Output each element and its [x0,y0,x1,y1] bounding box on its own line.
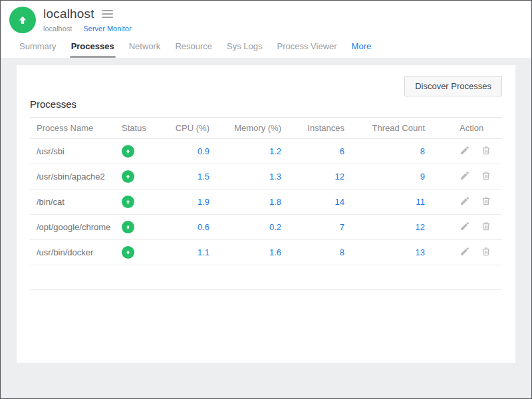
col-header-cpu: CPU (%) [156,118,209,138]
tab-network[interactable]: Network [122,37,168,58]
breadcrumb-monitor-link[interactable]: Server Monitor [83,25,131,33]
delete-trash-icon[interactable] [481,221,491,231]
breadcrumb-host: localhost [43,25,72,33]
edit-pencil-icon[interactable] [460,145,470,156]
edit-pencil-icon[interactable] [460,246,470,257]
edit-pencil-icon[interactable] [460,221,470,231]
status-up-icon [122,145,134,158]
tab-resource[interactable]: Resource [168,37,219,58]
delete-trash-icon[interactable] [481,246,491,257]
breadcrumb: localhost Server Monitor [43,25,132,33]
cpu-value-link[interactable]: 1.1 [198,247,209,257]
instances-value-link[interactable]: 8 [340,247,344,257]
page-background: Discover Processes Processes Process Nam… [1,58,531,398]
processes-table: Process Name Status CPU (%) Memory (%) I… [30,118,502,290]
tab-summary[interactable]: Summary [12,37,64,58]
instances-value-link[interactable]: 7 [340,222,344,232]
col-header-memory: Memory (%) [209,118,281,138]
process-name: /bin/cat [30,189,122,214]
col-header-status: Status [122,118,156,138]
col-header-action: Action [425,118,502,138]
status-up-icon [122,170,134,183]
hamburger-menu-icon[interactable] [100,9,114,19]
memory-value-link[interactable]: 1.6 [269,247,281,257]
cpu-value-link[interactable]: 0.6 [198,222,209,232]
tab-process-viewer[interactable]: Process Viewer [270,37,344,58]
cpu-value-link[interactable]: 1.9 [198,197,209,207]
process-name: /opt/google/chrome [30,214,122,239]
instances-value-link[interactable]: 6 [340,146,344,156]
memory-value-link[interactable]: 1.2 [269,146,281,156]
monitor-title-block: localhost localhost Server Monitor [43,7,132,33]
col-header-threads: Thread Count [344,118,425,138]
threads-value-link[interactable]: 11 [416,197,426,207]
monitor-header: localhost localhost Server Monitor [1,1,531,33]
memory-value-link[interactable]: 1.3 [269,172,281,182]
up-arrow-icon [17,14,29,26]
threads-value-link[interactable]: 8 [420,146,425,156]
col-header-instances: Instances [281,118,344,138]
table-row: /bin/cat 1.9 1.8 14 11 [30,189,502,214]
delete-trash-icon[interactable] [481,196,491,206]
instances-value-link[interactable]: 14 [335,197,344,207]
monitor-status-avatar [9,7,36,33]
edit-pencil-icon[interactable] [460,170,470,181]
threads-value-link[interactable]: 13 [416,247,425,257]
table-row: /usr/sbi 0.9 1.2 6 8 [30,138,502,164]
table-row: /opt/google/chrome 0.6 0.2 7 12 [30,214,502,239]
tab-bar: Summary Processes Network Resource Sys L… [1,37,531,58]
tab-sys-logs[interactable]: Sys Logs [219,37,269,58]
instances-value-link[interactable]: 12 [335,172,344,182]
table-header-row: Process Name Status CPU (%) Memory (%) I… [30,118,502,138]
delete-trash-icon[interactable] [481,145,491,156]
threads-value-link[interactable]: 12 [416,222,425,232]
process-name: /usr/sbi [30,138,122,164]
memory-value-link[interactable]: 0.2 [269,222,281,232]
empty-table-row [30,265,502,289]
cpu-value-link[interactable]: 0.9 [198,146,209,156]
tab-more[interactable]: More [344,37,379,58]
app-window: localhost localhost Server Monitor Summa… [0,0,532,399]
table-row: /usr/bin/docker 1.1 1.6 8 13 [30,239,502,265]
col-header-process-name: Process Name [30,118,122,138]
table-row: /usr/sbin/apache2 1.5 1.3 12 9 [30,164,502,189]
section-title: Processes [30,98,502,118]
process-name: /usr/sbin/apache2 [30,164,122,189]
status-up-icon [122,196,134,208]
page-title: localhost [43,7,94,21]
discover-processes-button[interactable]: Discover Processes [404,76,502,96]
process-name: /usr/bin/docker [30,239,122,265]
processes-card: Discover Processes Processes Process Nam… [17,65,515,363]
edit-pencil-icon[interactable] [460,196,470,206]
status-up-icon [122,246,134,259]
delete-trash-icon[interactable] [481,170,491,181]
memory-value-link[interactable]: 1.8 [269,197,281,207]
status-up-icon [122,221,134,233]
cpu-value-link[interactable]: 1.5 [198,172,209,182]
tab-processes[interactable]: Processes [64,37,122,58]
threads-value-link[interactable]: 9 [420,172,425,182]
